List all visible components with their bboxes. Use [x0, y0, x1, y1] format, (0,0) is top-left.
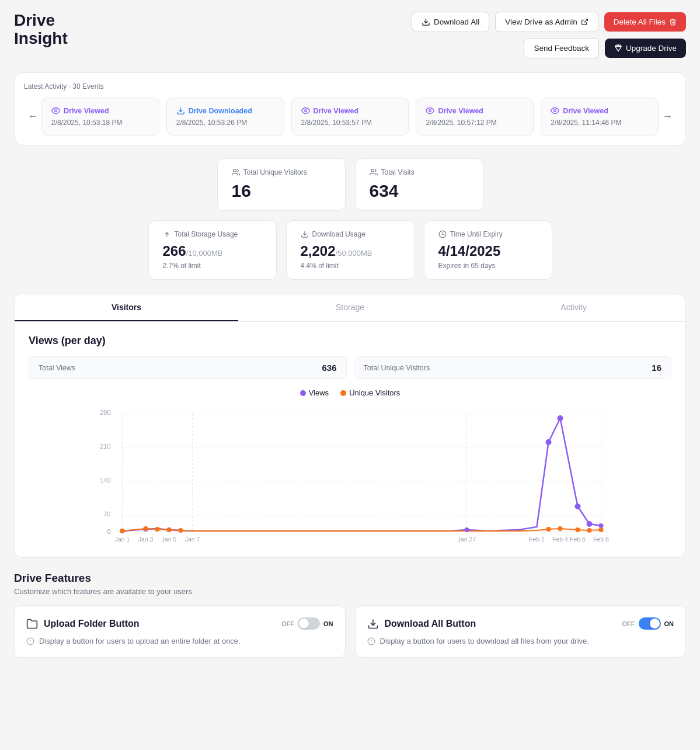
chart-title: Views (per day): [29, 335, 671, 347]
download-usage-sub: 4.4% of limit: [301, 262, 400, 270]
activity-time-3: 2/8/2025, 10:57:12 PM: [426, 119, 524, 127]
svg-point-31: [558, 415, 563, 421]
upload-toggle[interactable]: OFF ON: [281, 617, 333, 630]
send-feedback-button[interactable]: Send Feedback: [524, 38, 599, 58]
feature-card-title-upload: Upload Folder Button: [26, 618, 140, 630]
svg-point-33: [587, 521, 593, 527]
svg-text:70: 70: [103, 511, 110, 518]
download-usage-title: Download Usage: [301, 230, 400, 238]
feature-card-header-download: Download All Button OFF ON: [367, 617, 674, 630]
features-grid: Upload Folder Button OFF ON Display a bu…: [14, 605, 686, 658]
unique-visitors-title: Total Unique Visitors: [232, 168, 331, 176]
svg-point-39: [179, 528, 183, 533]
app-logo: Drive Insight: [14, 12, 68, 48]
svg-point-32: [575, 504, 581, 509]
svg-point-2: [55, 110, 57, 112]
unique-visitors-card: Total Unique Visitors 16: [217, 158, 346, 211]
svg-text:Jan 7: Jan 7: [185, 536, 200, 543]
svg-point-36: [144, 526, 148, 531]
chart-total-unique: Total Unique Visitors 16: [354, 356, 672, 379]
view-drive-admin-button[interactable]: View Drive as Admin: [495, 12, 598, 32]
chart-svg: 280 210 140 70 0: [29, 404, 671, 544]
storage-card: Total Storage Usage 266/10,000MB 2.7% of…: [148, 220, 277, 280]
svg-line-1: [584, 19, 587, 23]
feature-card-desc-upload: Display a button for users to upload an …: [26, 637, 333, 645]
svg-point-40: [546, 527, 551, 532]
download-usage-value: 2,202/50,000MB: [301, 243, 400, 259]
svg-text:210: 210: [100, 443, 110, 450]
chart-area: 280 210 140 70 0: [29, 404, 671, 544]
expiry-sub: Expires in 65 days: [438, 262, 538, 270]
svg-point-38: [167, 527, 172, 532]
download-all-button[interactable]: Download All: [412, 12, 489, 32]
total-visits-title: Total Visits: [370, 168, 469, 176]
svg-text:Feb 8: Feb 8: [593, 536, 609, 543]
svg-text:Jan 3: Jan 3: [138, 536, 154, 543]
storage-value: 266/10,000MB: [163, 243, 262, 259]
chart-total-views: Total Views 636: [29, 356, 347, 379]
upgrade-drive-button[interactable]: Upgrade Drive: [605, 39, 686, 58]
header-row1: Download All View Drive as Admin Delete …: [412, 12, 686, 32]
svg-text:280: 280: [100, 409, 110, 416]
tab-content: Views (per day) Total Views 636 Total Un…: [15, 322, 685, 557]
features-section: Drive Features Customize which features …: [14, 572, 686, 658]
activity-card-2: Drive Viewed 2/8/2025, 10:53:57 PM: [291, 98, 409, 136]
activity-time-1: 2/8/2025, 10:53:26 PM: [176, 119, 274, 127]
feature-card-header-upload: Upload Folder Button OFF ON: [26, 617, 333, 630]
expiry-title: Time Until Expiry: [438, 230, 538, 238]
activity-type-1: Drive Downloaded: [176, 106, 274, 115]
storage-title: Total Storage Usage: [163, 230, 262, 238]
activity-section: Latest Activity · 30 Events ← Drive View…: [14, 72, 686, 145]
svg-point-44: [599, 527, 604, 532]
svg-point-7: [233, 169, 236, 172]
total-visits-value: 634: [370, 181, 469, 201]
activity-type-0: Drive Viewed: [51, 106, 149, 115]
storage-sub: 2.7% of limit: [163, 262, 262, 270]
svg-text:Jan 5: Jan 5: [162, 536, 177, 543]
activity-type-4: Drive Viewed: [551, 106, 649, 115]
activity-label: Latest Activity · 30 Events: [24, 82, 676, 91]
svg-text:Feb 6: Feb 6: [570, 536, 586, 543]
download-toggle-track[interactable]: [639, 617, 661, 630]
svg-text:Jan 27: Jan 27: [458, 536, 476, 543]
features-subtitle: Customize which features are available t…: [14, 587, 686, 596]
svg-point-35: [120, 529, 125, 533]
svg-point-8: [371, 169, 374, 172]
activity-cards-wrapper: ← Drive Viewed 2/8/2025, 10:53:18 PM Dri…: [24, 98, 676, 136]
activity-time-4: 2/8/2025, 11:14:46 PM: [551, 119, 649, 127]
svg-point-5: [429, 110, 431, 112]
tabs-section: Visitors Storage Activity Views (per day…: [14, 294, 686, 558]
feature-card-upload: Upload Folder Button OFF ON Display a bu…: [14, 605, 346, 658]
activity-card-3: Drive Viewed 2/8/2025, 10:57:12 PM: [416, 98, 534, 136]
activity-type-2: Drive Viewed: [301, 106, 399, 115]
delete-all-files-button[interactable]: Delete All Files: [604, 12, 686, 32]
svg-point-37: [155, 527, 160, 532]
svg-text:Feb 2: Feb 2: [529, 536, 545, 543]
tab-storage[interactable]: Storage: [238, 294, 462, 321]
activity-next-button[interactable]: →: [659, 107, 676, 126]
svg-point-43: [587, 528, 592, 533]
tab-visitors[interactable]: Visitors: [15, 294, 238, 321]
legend-unique: Unique Visitors: [340, 388, 400, 397]
expiry-card: Time Until Expiry 4/14/2025 Expires in 6…: [424, 220, 552, 280]
download-usage-card: Download Usage 2,202/50,000MB 4.4% of li…: [286, 220, 415, 280]
header: Drive Insight Download All View Drive as…: [14, 12, 686, 58]
svg-point-34: [599, 523, 604, 528]
chart-stats: Total Views 636 Total Unique Visitors 16: [29, 356, 671, 379]
legend-views: Views: [300, 388, 329, 397]
svg-point-42: [576, 527, 580, 532]
unique-visitors-value: 16: [232, 181, 331, 201]
total-visits-card: Total Visits 634: [355, 158, 483, 211]
features-title: Drive Features: [14, 572, 686, 585]
svg-text:140: 140: [100, 477, 110, 484]
feature-card-download: Download All Button OFF ON Display a but…: [355, 605, 687, 658]
upload-toggle-track[interactable]: [298, 617, 320, 630]
activity-prev-button[interactable]: ←: [24, 107, 41, 126]
svg-text:0: 0: [107, 528, 110, 535]
activity-card-0: Drive Viewed 2/8/2025, 10:53:18 PM: [41, 98, 159, 136]
tabs-header: Visitors Storage Activity: [15, 294, 685, 322]
stats-row2: Total Storage Usage 266/10,000MB 2.7% of…: [14, 220, 686, 280]
tab-activity[interactable]: Activity: [462, 294, 685, 321]
activity-type-3: Drive Viewed: [426, 106, 524, 115]
download-toggle[interactable]: OFF ON: [622, 617, 674, 630]
